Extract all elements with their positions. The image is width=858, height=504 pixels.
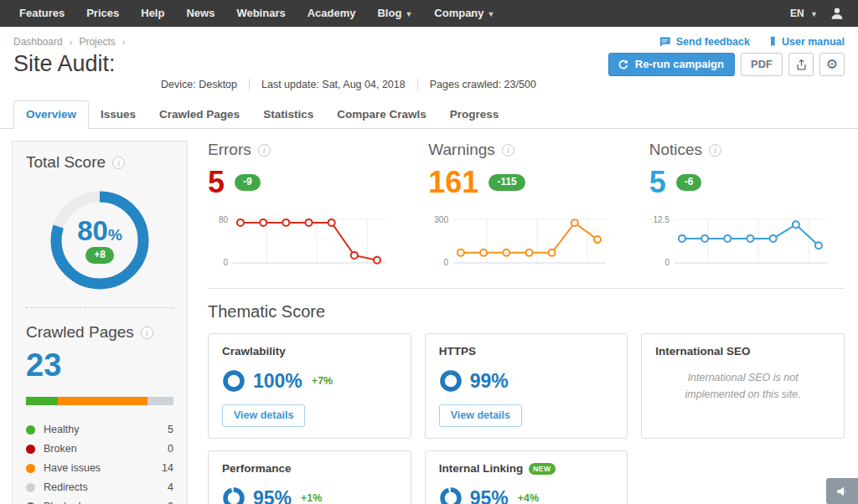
audit-meta: Device: Desktop Last update: Sat, Aug 04… xyxy=(161,79,845,90)
tab-issues[interactable]: Issues xyxy=(89,101,147,128)
broken-dot-icon xyxy=(26,445,35,454)
user-manual-label: User manual xyxy=(782,36,845,48)
notices-change-badge: -6 xyxy=(676,174,702,190)
tab-compare-crawls[interactable]: Compare Crawls xyxy=(325,101,438,128)
breadcrumb-separator: › xyxy=(70,37,73,47)
tab-crawled-pages[interactable]: Crawled Pages xyxy=(147,101,251,128)
breadcrumb-projects[interactable]: Projects xyxy=(79,36,115,48)
internal-linking-card: Internal Linking NEW 95% +4% View detail… xyxy=(425,450,628,504)
errors-trend-chart: 800 xyxy=(208,209,389,271)
nav-item-webinars[interactable]: Webinars xyxy=(225,0,296,27)
notices-metric: Noticesi 5 -6 12.50 xyxy=(649,141,845,275)
nav-item-company-label: Company xyxy=(434,7,483,19)
feedback-widget-button[interactable] xyxy=(826,478,858,504)
chevron-down-icon: ▼ xyxy=(488,10,495,18)
breadcrumb-dashboard[interactable]: Dashboard xyxy=(13,36,63,48)
notices-value: 5 xyxy=(649,167,666,198)
language-label: EN xyxy=(790,8,804,19)
svg-text:300: 300 xyxy=(435,215,449,224)
nav-item-features[interactable]: Features xyxy=(8,0,75,27)
total-score-unit: % xyxy=(108,226,122,244)
breadcrumb: Dashboard › Projects › xyxy=(13,36,125,48)
top-navigation-bar: Features Prices Help News Webinars Acade… xyxy=(0,0,858,27)
international-seo-card: International SEO International SEO is n… xyxy=(641,333,845,439)
nav-item-news[interactable]: News xyxy=(175,0,225,27)
breadcrumb-separator: › xyxy=(122,37,126,47)
legend-item-have-issues[interactable]: Have issues 14 xyxy=(26,459,173,478)
performance-percent: 95% xyxy=(253,487,292,504)
info-icon[interactable]: i xyxy=(112,157,125,169)
svg-text:80: 80 xyxy=(219,215,229,224)
nav-item-help[interactable]: Help xyxy=(130,0,175,27)
nav-item-blog[interactable]: Blog▼ xyxy=(366,0,423,28)
notices-trend-chart: 12.50 xyxy=(649,209,830,271)
tab-progress[interactable]: Progress xyxy=(438,101,511,128)
divider xyxy=(26,307,173,308)
chat-bubble-icon xyxy=(659,35,671,48)
gear-icon: ⚙ xyxy=(826,58,838,71)
divider xyxy=(208,288,845,289)
settings-button[interactable]: ⚙ xyxy=(819,53,845,76)
internal-linking-change: +4% xyxy=(518,492,539,504)
chevron-down-icon: ▼ xyxy=(810,10,818,18)
language-selector[interactable]: EN ▼ xyxy=(790,8,818,19)
warnings-metric: Warningsi 161 -115 3000 xyxy=(428,141,623,275)
page-title: Site Audit: xyxy=(13,51,116,77)
internal-linking-percent: 95% xyxy=(470,487,509,504)
svg-text:12.5: 12.5 xyxy=(653,215,669,224)
https-card: HTTPS 99% View details xyxy=(425,333,628,439)
international-seo-name: International SEO xyxy=(655,345,830,357)
crawled-pages-value: 23 xyxy=(26,348,173,383)
info-icon[interactable]: i xyxy=(709,144,721,157)
send-feedback-link[interactable]: Send feedback xyxy=(659,35,750,48)
errors-value: 5 xyxy=(208,167,225,198)
https-view-details-button[interactable]: View details xyxy=(439,404,522,427)
crawlability-card: Crawlability 100% +7% View details xyxy=(208,333,411,439)
internal-linking-name: Internal Linking xyxy=(439,462,524,475)
healthy-dot-icon xyxy=(26,425,35,435)
rerun-campaign-button[interactable]: Re-run campaign xyxy=(608,53,735,76)
last-update-info: Last update: Sat, Aug 04, 2018 xyxy=(249,79,417,90)
nav-item-blog-label: Blog xyxy=(377,7,401,19)
crawlability-percent: 100% xyxy=(253,370,302,393)
warnings-title: Warnings xyxy=(428,141,495,159)
legend-item-blocked[interactable]: Blocked 0 xyxy=(26,497,173,504)
https-name: HTTPS xyxy=(439,345,614,357)
page-header: Dashboard › Projects › Send feedback Use… xyxy=(0,27,858,90)
legend-value: 0 xyxy=(168,501,173,504)
thematic-cards: Crawlability 100% +7% View details HTTPS… xyxy=(208,333,845,504)
legend-value: 4 xyxy=(168,481,173,493)
nav-item-academy[interactable]: Academy xyxy=(297,0,367,27)
device-info: Device: Desktop xyxy=(161,79,249,90)
tab-overview[interactable]: Overview xyxy=(13,100,89,129)
legend-label: Have issues xyxy=(44,462,101,474)
warnings-trend-chart: 3000 xyxy=(428,209,609,271)
share-icon xyxy=(795,59,808,71)
share-export-button[interactable] xyxy=(788,53,814,76)
legend-item-redirects[interactable]: Redirects 4 xyxy=(26,478,173,497)
total-score-title: Total Score xyxy=(26,153,106,172)
user-manual-link[interactable]: User manual xyxy=(765,35,845,48)
total-score-value: 80 xyxy=(77,215,108,246)
crawled-pages-title: Crawled Pages xyxy=(26,323,134,342)
crawled-pages-legend: Healthy 5 Broken 0 Have issues 14 Redire… xyxy=(26,420,173,504)
nav-item-company[interactable]: Company▼ xyxy=(423,0,505,28)
user-profile-icon[interactable] xyxy=(830,6,845,21)
pages-crawled-info: Pages crawled: 23/500 xyxy=(417,79,548,90)
international-seo-note: International SEO is not implemented on … xyxy=(655,369,830,403)
info-icon[interactable]: i xyxy=(141,327,153,339)
svg-text:0: 0 xyxy=(223,258,228,267)
crawlability-view-details-button[interactable]: View details xyxy=(222,404,305,427)
info-icon[interactable]: i xyxy=(502,144,514,157)
crawlability-name: Crawlability xyxy=(222,345,397,357)
info-icon[interactable]: i xyxy=(258,144,271,157)
score-sidebar: Total Score i 80% +8 Crawled Pages i 23 … xyxy=(12,141,188,504)
legend-value: 0 xyxy=(168,443,173,455)
nav-item-prices[interactable]: Prices xyxy=(75,0,130,27)
legend-item-healthy[interactable]: Healthy 5 xyxy=(26,420,173,440)
tab-statistics[interactable]: Statistics xyxy=(251,101,325,128)
errors-title: Errors xyxy=(208,141,251,159)
total-score-change-badge: +8 xyxy=(85,247,114,263)
legend-item-broken[interactable]: Broken 0 xyxy=(26,440,173,459)
pdf-export-button[interactable]: PDF xyxy=(741,53,783,76)
